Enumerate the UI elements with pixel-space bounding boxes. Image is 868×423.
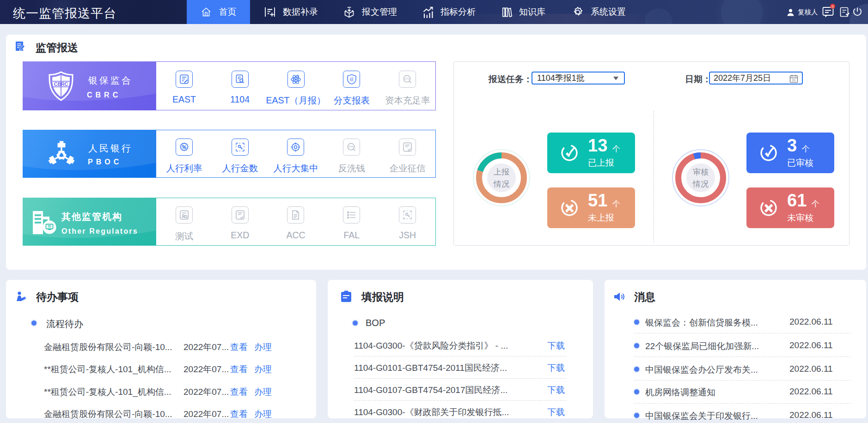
svg-text:审核: 审核 [693,168,709,176]
svg-text:上报: 上报 [494,168,509,176]
svg-text:0%: 0% [348,145,354,149]
svg-text:情况: 情况 [692,180,709,188]
svg-text:征: 征 [349,77,354,82]
svg-text:31: 31 [792,78,795,82]
svg-text:情况: 情况 [493,180,509,188]
svg-text:0%: 0% [404,77,410,81]
svg-text:CBRC: CBRC [54,81,68,87]
svg-text:n: n [831,4,834,9]
